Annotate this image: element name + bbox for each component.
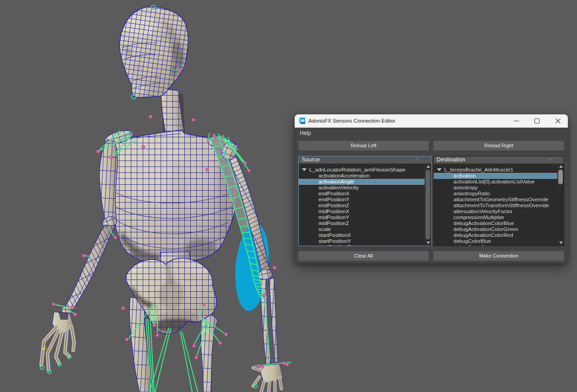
svg-text:M: M: [301, 118, 304, 123]
